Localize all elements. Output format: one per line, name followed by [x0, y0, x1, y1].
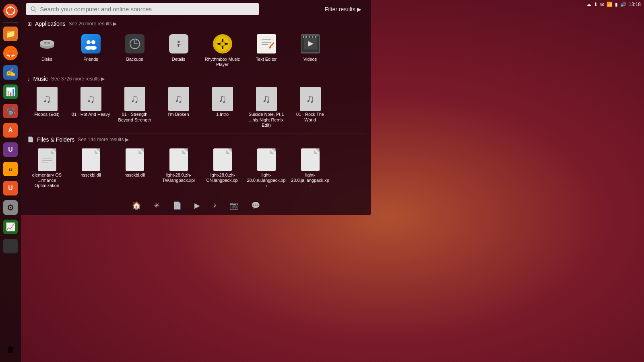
file-icon-nssckbi2 [126, 148, 144, 171]
svg-point-4 [31, 6, 35, 10]
app-item-friends[interactable]: Friends [70, 30, 112, 70]
file-icon-ja [301, 148, 320, 171]
volume-icon[interactable]: 🔊 [620, 2, 626, 7]
network-icon[interactable]: 📶 [607, 2, 613, 7]
music-note-intro-icon: ♫ [212, 87, 233, 111]
filter-btn-video[interactable]: ▶ [191, 200, 203, 212]
launcher-item-impress[interactable]: 📽️ [1, 102, 20, 120]
launcher: 📁 🦊 ✍️ 📊 📽️ A U a U ⚙ 📈 🗑 [0, 0, 21, 362]
svg-rect-42 [315, 36, 316, 38]
launcher-item-firefox[interactable]: 🦊 [1, 44, 20, 62]
filter-btn-social[interactable]: 💬 [248, 200, 263, 212]
file-icon-zh-tw [169, 148, 188, 171]
ubuntu-logo-icon [3, 4, 18, 18]
launcher-item-softwarecenter[interactable]: A [1, 121, 20, 140]
svg-rect-41 [312, 36, 313, 38]
applications-see-more[interactable]: See 26 more results ▶ [69, 21, 117, 27]
svg-marker-45 [51, 150, 55, 154]
download-icon[interactable]: ⬇ [594, 2, 598, 7]
music-note-broken-icon: ♫ [168, 87, 189, 111]
files-icon: 📁 [3, 27, 18, 41]
launcher-item-trash[interactable]: 🗑 [1, 340, 20, 359]
svg-rect-28 [225, 43, 228, 45]
search-icon [31, 6, 37, 12]
music-item-hot-heavy[interactable]: ♫ 01 - Hot And Heavy [70, 85, 112, 130]
softcenter-icon: A [3, 123, 18, 138]
app-label-backups: Backups [126, 57, 143, 62]
music-item-suicide-note[interactable]: ♫ Suicide Note, Pt.1 ...his Night Remix … [245, 85, 287, 130]
file-item-ja[interactable]: light-28.0.ja.langpack.xpi [289, 146, 331, 191]
svg-point-2 [6, 12, 8, 14]
amazon-icon: a [3, 162, 18, 176]
launcher-divider [3, 22, 18, 23]
files-see-more[interactable]: See 144 more results ▶ [78, 137, 128, 142]
launcher-item-amazon[interactable]: a [1, 160, 20, 178]
music-label-floods: Floods (Edit) [34, 112, 59, 117]
file-item-elementary[interactable]: elementary OS ...rmance Optimization [26, 146, 68, 191]
music-item-floods[interactable]: ♫ Floods (Edit) [26, 85, 68, 130]
videos-icon [301, 34, 320, 53]
app-label-disks: Disks [41, 57, 52, 62]
cloud-icon[interactable]: ☁ [586, 2, 591, 7]
music-note-strength-icon: ♫ [124, 87, 145, 111]
app-label-details: Details [172, 57, 186, 62]
filter-results-button[interactable]: Filter results ▶ [325, 6, 366, 12]
search-input[interactable] [40, 6, 254, 12]
app-item-backups[interactable]: Backups [114, 30, 156, 70]
file-label-ru: light-28.0.ru.langpack.xpi [247, 173, 286, 189]
music-see-more[interactable]: See 3726 more results ▶ [51, 76, 105, 82]
launcher-item-files[interactable]: 📁 [1, 25, 20, 43]
launcher-item-ubuntuone[interactable]: U [1, 140, 20, 159]
workspace-icon [3, 239, 18, 253]
filter-btn-home[interactable]: 🏠 [129, 200, 144, 212]
launcher-item-settings[interactable]: ⚙ [1, 198, 20, 217]
app-item-details[interactable]: Details [157, 30, 200, 70]
app-label-rhythmbox: Rhythmbox Music Player [203, 57, 242, 67]
music-item-broken[interactable]: ♫ I'm Broken [157, 85, 200, 130]
app-item-texteditor[interactable]: Text Editor [245, 30, 287, 70]
launcher-item-workspace[interactable] [1, 237, 20, 255]
music-item-strength[interactable]: ♫ 01 - Strength Beyond Strength [114, 85, 156, 130]
battery-icon[interactable]: ▮ [615, 2, 618, 7]
launcher-item-calc[interactable]: 📊 [1, 82, 20, 101]
app-item-videos[interactable]: Videos [289, 30, 331, 70]
applications-section-icon: ⊞ [27, 21, 32, 27]
calc-icon: 📊 [3, 84, 18, 99]
filter-btn-music[interactable]: ♪ [210, 200, 220, 211]
firefox-icon: 🦊 [3, 46, 18, 60]
launcher-item-ubuntu[interactable] [1, 2, 20, 20]
filter-btn-apps[interactable]: ✳ [151, 200, 163, 212]
applications-grid: Disks Friends [21, 29, 371, 73]
impress-icon: 📽️ [3, 104, 18, 118]
app-item-disks[interactable]: Disks [26, 30, 68, 70]
file-item-ru[interactable]: light-28.0.ru.langpack.xpi [245, 146, 287, 191]
file-item-zh-tw[interactable]: light-28.0.zh-TW.langpack.xpi [157, 146, 200, 191]
file-item-nssckbi1[interactable]: nssckbi.dll [70, 146, 112, 191]
music-item-intro[interactable]: ♫ 1.Intro [201, 85, 244, 130]
svg-rect-26 [222, 46, 223, 49]
trash-icon: 🗑 [3, 342, 18, 357]
music-grid: ♫ Floods (Edit) ♫ 01 - Hot And Heavy ♫ 0… [21, 84, 371, 134]
file-item-zh-cn[interactable]: light-28.0.zh-CN.langpack.xpi [201, 146, 244, 191]
launcher-item-writer[interactable]: ✍️ [1, 63, 20, 82]
app-item-rhythmbox[interactable]: Rhythmbox Music Player [201, 30, 244, 70]
launcher-item-monitor[interactable]: 📈 [1, 218, 20, 236]
svg-rect-38 [303, 36, 304, 38]
files-section-header: 📄 Files & Folders See 144 more results ▶ [21, 134, 371, 144]
launcher-item-ubuntuone2[interactable]: U [1, 179, 20, 197]
app-label-videos: Videos [303, 57, 317, 62]
dash-overlay: Filter results ▶ ⊞ Applications See 26 m… [21, 0, 371, 215]
filter-btn-files[interactable]: 📄 [169, 200, 185, 212]
rhythmbox-icon [213, 34, 232, 53]
file-label-zh-cn: light-28.0.zh-CN.langpack.xpi [203, 173, 242, 183]
file-item-nssckbi2[interactable]: nssckbi.dll [114, 146, 156, 191]
svg-point-3 [12, 12, 14, 14]
svg-marker-54 [182, 150, 186, 154]
svg-marker-58 [270, 150, 274, 154]
mail-icon[interactable]: ✉ [600, 2, 604, 7]
music-section-title: Music [33, 76, 48, 82]
filter-btn-photos[interactable]: 📷 [226, 200, 242, 212]
music-note-suicide-icon: ♫ [256, 87, 277, 111]
search-input-wrap[interactable] [26, 3, 259, 15]
music-item-rock-world[interactable]: ♫ 01 - Rock The World [289, 85, 331, 130]
